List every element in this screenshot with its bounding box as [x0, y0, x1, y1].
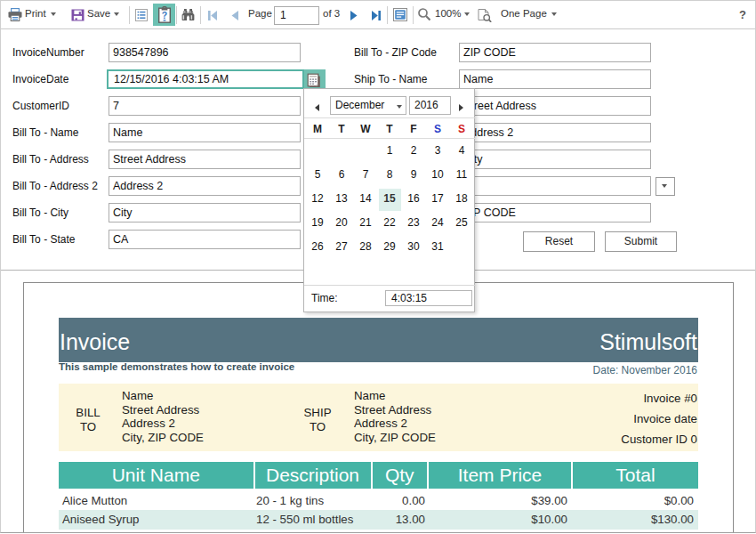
- svg-text:?: ?: [162, 10, 167, 20]
